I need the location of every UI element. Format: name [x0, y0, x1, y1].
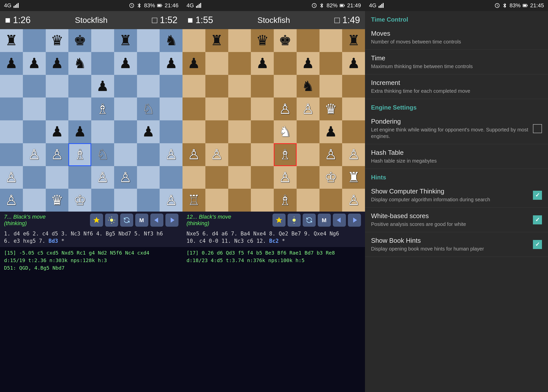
hint-button-2[interactable]	[272, 214, 286, 227]
cell-3-7[interactable]	[160, 97, 182, 120]
cell-4-7[interactable]	[342, 120, 365, 143]
cell-1-5[interactable]: ♟	[114, 52, 137, 75]
cell-3-1[interactable]	[23, 97, 46, 120]
menu-button-1[interactable]: M	[135, 214, 148, 227]
show-thinking-checkbox[interactable]	[533, 191, 542, 200]
cell-1-4[interactable]	[91, 52, 114, 75]
cell-4-2[interactable]	[228, 120, 251, 143]
cell-2-7[interactable]	[160, 75, 182, 98]
cell-1-0[interactable]: ♟	[0, 52, 23, 75]
cell-5-5[interactable]	[114, 143, 137, 166]
cell-7-3[interactable]: ♔	[68, 189, 91, 212]
cell-3-5[interactable]: ♙	[297, 97, 319, 120]
cell-6-3[interactable]	[251, 166, 274, 189]
cell-4-4[interactable]: ♞	[274, 120, 297, 143]
cell-1-1[interactable]	[205, 52, 228, 75]
cell-4-3[interactable]: ♟	[68, 120, 91, 143]
settings-item-increment[interactable]: Increment Extra thinking time for each c…	[365, 74, 548, 99]
cell-0-2[interactable]: ♛	[46, 29, 69, 52]
cell-1-2[interactable]: ♟	[46, 52, 69, 75]
cell-1-0[interactable]: ♟	[182, 52, 205, 75]
cell-1-3[interactable]: ♞	[68, 52, 91, 75]
settings-item-book-hints[interactable]: Show Book Hints Display opening book mov…	[365, 232, 548, 257]
cell-3-4[interactable]: ♙	[274, 97, 297, 120]
cell-6-2[interactable]	[46, 166, 69, 189]
cell-3-5[interactable]	[114, 97, 137, 120]
cell-6-6[interactable]	[137, 166, 160, 189]
cell-4-1[interactable]	[23, 120, 46, 143]
light-button-1[interactable]	[105, 214, 118, 227]
cell-0-1[interactable]: ♜	[205, 29, 228, 52]
settings-item-time[interactable]: Time Maximum thinking time between time …	[365, 50, 548, 74]
cell-4-5[interactable]	[297, 120, 319, 143]
back-button-1[interactable]	[150, 214, 163, 227]
cell-6-7[interactable]	[160, 166, 182, 189]
white-scores-checkbox[interactable]	[533, 215, 542, 224]
cell-2-3[interactable]	[68, 75, 91, 98]
cell-6-1[interactable]	[205, 166, 228, 189]
cell-3-6[interactable]: ♛	[319, 97, 342, 120]
cell-7-2[interactable]	[228, 189, 251, 212]
cell-5-4[interactable]: ♘	[91, 143, 114, 166]
cell-6-4[interactable]: ♙	[274, 166, 297, 189]
cell-7-5[interactable]	[114, 189, 137, 212]
cell-2-2[interactable]	[46, 75, 69, 98]
cell-2-6[interactable]	[137, 75, 160, 98]
cell-6-1[interactable]	[23, 166, 46, 189]
cell-7-7[interactable]: ♙	[342, 189, 365, 212]
cell-1-6[interactable]	[137, 52, 160, 75]
cell-7-0[interactable]: ♙	[0, 189, 23, 212]
cell-0-5[interactable]: ♜	[114, 29, 137, 52]
cell-3-0[interactable]	[0, 97, 23, 120]
cell-4-4[interactable]	[91, 120, 114, 143]
cell-3-2[interactable]	[228, 97, 251, 120]
back-button-2[interactable]	[333, 214, 346, 227]
cell-3-3[interactable]	[68, 97, 91, 120]
cell-2-3[interactable]	[251, 75, 274, 98]
cell-3-3[interactable]	[251, 97, 274, 120]
cell-7-5[interactable]	[297, 189, 319, 212]
light-button-2[interactable]	[288, 214, 301, 227]
cell-0-5[interactable]	[297, 29, 319, 52]
cell-4-2[interactable]: ♟	[46, 120, 69, 143]
settings-item-show-thinking[interactable]: Show Computer Thinking Display computer …	[365, 183, 548, 208]
cell-0-4[interactable]: ♚	[274, 29, 297, 52]
cell-0-6[interactable]	[319, 29, 342, 52]
rotate-button-1[interactable]	[120, 214, 133, 227]
settings-item-moves[interactable]: Moves Number of moves between time contr…	[365, 25, 548, 50]
cell-5-4[interactable]: ♗	[274, 143, 297, 166]
forward-button-1[interactable]	[165, 214, 178, 227]
cell-2-5[interactable]: ♞	[297, 75, 319, 98]
cell-0-3[interactable]: ♚	[68, 29, 91, 52]
cell-3-4[interactable]: ♗	[91, 97, 114, 120]
cell-1-6[interactable]	[319, 52, 342, 75]
cell-6-0[interactable]: ♙	[0, 166, 23, 189]
cell-3-0[interactable]	[182, 97, 205, 120]
cell-0-1[interactable]	[23, 29, 46, 52]
cell-7-4[interactable]	[91, 189, 114, 212]
cell-7-1[interactable]	[23, 189, 46, 212]
cell-3-7[interactable]	[342, 97, 365, 120]
cell-6-2[interactable]	[228, 166, 251, 189]
cell-5-7[interactable]: ♙	[342, 143, 365, 166]
cell-5-6[interactable]	[137, 143, 160, 166]
cell-2-1[interactable]	[205, 75, 228, 98]
cell-1-4[interactable]	[274, 52, 297, 75]
cell-2-5[interactable]	[114, 75, 137, 98]
cell-2-4[interactable]	[274, 75, 297, 98]
cell-3-1[interactable]	[205, 97, 228, 120]
cell-1-3[interactable]: ♟	[251, 52, 274, 75]
cell-0-0[interactable]: ♜	[0, 29, 23, 52]
cell-4-6[interactable]: ♟	[137, 120, 160, 143]
cell-0-3[interactable]: ♛	[251, 29, 274, 52]
cell-3-6[interactable]: ♘	[137, 97, 160, 120]
cell-5-1[interactable]: ♙	[23, 143, 46, 166]
cell-6-6[interactable]: ♔	[319, 166, 342, 189]
cell-5-3[interactable]: ♗	[68, 143, 91, 166]
cell-4-0[interactable]	[0, 120, 23, 143]
cell-0-6[interactable]	[137, 29, 160, 52]
cell-7-4[interactable]: ♗	[274, 189, 297, 212]
cell-1-2[interactable]	[228, 52, 251, 75]
cell-5-2[interactable]	[228, 143, 251, 166]
cell-0-4[interactable]	[91, 29, 114, 52]
